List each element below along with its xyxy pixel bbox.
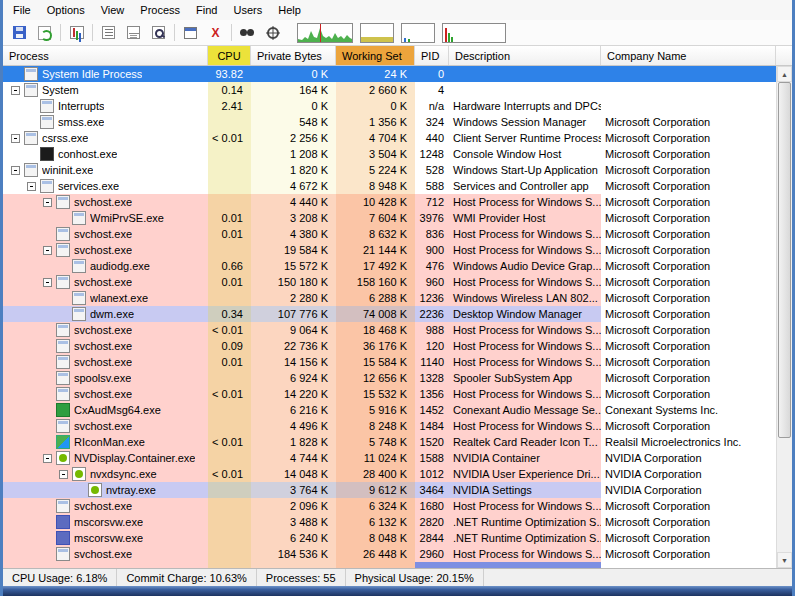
dll-view-button[interactable] <box>121 22 146 44</box>
description-value: Client Server Runtime Process <box>449 130 601 146</box>
process-row-partial[interactable] <box>3 562 776 568</box>
vertical-scrollbar[interactable]: ▲ ▼ <box>776 66 792 568</box>
company-name-value: Microsoft Corporation <box>601 130 776 146</box>
menu-item-process[interactable]: Process <box>132 1 188 19</box>
tree-collapse-icon[interactable] <box>11 134 20 143</box>
tree-collapse-icon[interactable] <box>43 246 52 255</box>
working-set-value: 36 176 K <box>336 338 415 354</box>
column-header-cpu[interactable]: CPU <box>208 46 251 65</box>
column-header-private-bytes[interactable]: Private Bytes <box>251 46 336 65</box>
description-value: NVIDIA User Experience Dri... <box>449 466 601 482</box>
process-row-wlanext-exe[interactable]: wlanext.exe2 280 K6 288 K1236Windows Wir… <box>3 290 776 306</box>
application-icon <box>24 67 38 81</box>
process-row-svchost-exe[interactable]: svchost.exe< 0.0114 220 K15 532 K1356Hos… <box>3 386 776 402</box>
cpu-usage-minigraph[interactable] <box>297 23 353 43</box>
process-name: svchost.exe <box>74 388 132 400</box>
description-value <box>449 82 601 98</box>
column-header-working-set[interactable]: Working Set <box>336 46 415 65</box>
find-handles-button[interactable] <box>146 22 171 44</box>
process-cell: Interrupts <box>3 98 208 114</box>
process-row-svchost-exe[interactable]: svchost.exe2 096 K6 324 K1680Host Proces… <box>3 498 776 514</box>
process-row-svchost-exe[interactable]: svchost.exe19 584 K21 144 K900Host Proce… <box>3 242 776 258</box>
process-row-system-idle-process[interactable]: System Idle Process93.820 K24 K0 <box>3 66 776 82</box>
process-list: System Idle Process93.820 K24 K0System0.… <box>3 66 776 568</box>
column-header-process[interactable]: Process <box>3 46 208 65</box>
process-row-mscorsvw-exe[interactable]: mscorsvw.exe3 488 K6 132 K2820.NET Runti… <box>3 514 776 530</box>
process-row-interrupts[interactable]: Interrupts2.410 K0 Kn/aHardware Interrup… <box>3 98 776 114</box>
toolbar-separator <box>92 24 93 41</box>
process-name: svchost.exe <box>74 276 132 288</box>
tree-collapse-icon[interactable] <box>59 470 68 479</box>
process-row-cxaudmsg64-exe[interactable]: CxAudMsg64.exe6 216 K5 916 K1452Conexant… <box>3 402 776 418</box>
process-cell: WmiPrvSE.exe <box>3 210 208 226</box>
process-cell: CxAudMsg64.exe <box>3 402 208 418</box>
gpu-minigraph[interactable] <box>442 23 506 43</box>
process-row-svchost-exe[interactable]: svchost.exe< 0.019 064 K18 468 K988Host … <box>3 322 776 338</box>
process-row-wmiprvse-exe[interactable]: WmiPrvSE.exe0.013 208 K7 604 K3976WMI Pr… <box>3 210 776 226</box>
process-cell: svchost.exe <box>3 354 208 370</box>
process-row-svchost-exe[interactable]: svchost.exe4 496 K8 248 K1484Host Proces… <box>3 418 776 434</box>
menu-item-help[interactable]: Help <box>270 1 309 19</box>
company-name-value: Microsoft Corporation <box>601 258 776 274</box>
menu-item-file[interactable]: File <box>5 1 39 19</box>
application-icon <box>56 371 70 385</box>
process-row-svchost-exe[interactable]: svchost.exe0.01150 180 K158 160 K960Host… <box>3 274 776 290</box>
status-processes: Processes: 55 <box>257 569 346 586</box>
process-row-mscorsvw-exe[interactable]: mscorsvw.exe6 240 K8 048 K2844.NET Runti… <box>3 530 776 546</box>
process-row-nvdisplay-container-exe[interactable]: NVDisplay.Container.exe4 744 K11 024 K15… <box>3 450 776 466</box>
tree-collapse-icon[interactable] <box>43 198 52 207</box>
kill-process-button[interactable]: X <box>203 22 228 44</box>
process-row-csrss-exe[interactable]: csrss.exe< 0.012 256 K4 704 K440Client S… <box>3 130 776 146</box>
process-row-services-exe[interactable]: services.exe4 672 K8 948 K588Services an… <box>3 178 776 194</box>
tree-collapse-icon[interactable] <box>27 182 36 191</box>
process-tree-button[interactable] <box>96 22 121 44</box>
properties-button[interactable] <box>178 22 203 44</box>
private-bytes-value: 1 208 K <box>251 146 336 162</box>
process-row-nvxdsync-exe[interactable]: nvxdsync.exe< 0.0114 048 K28 400 K1012NV… <box>3 466 776 482</box>
description-value: .NET Runtime Optimization S... <box>449 514 601 530</box>
menu-item-find[interactable]: Find <box>188 1 225 19</box>
menu-item-view[interactable]: View <box>93 1 133 19</box>
process-row-system[interactable]: System0.14164 K2 660 K4 <box>3 82 776 98</box>
working-set-value: 5 224 K <box>336 162 415 178</box>
process-row-conhost-exe[interactable]: conhost.exe1 208 K3 504 K1248Console Win… <box>3 146 776 162</box>
process-row-svchost-exe[interactable]: svchost.exe4 440 K10 428 K712Host Proces… <box>3 194 776 210</box>
application-icon <box>56 227 70 241</box>
column-header-company-name[interactable]: Company Name <box>601 46 776 65</box>
tree-collapse-icon[interactable] <box>11 86 20 95</box>
column-header-description[interactable]: Description <box>449 46 601 65</box>
binoculars-button[interactable] <box>235 22 260 44</box>
process-row-dwm-exe[interactable]: dwm.exe0.34107 776 K74 008 K2236Desktop … <box>3 306 776 322</box>
tree-collapse-icon[interactable] <box>43 454 52 463</box>
menu-item-users[interactable]: Users <box>225 1 270 19</box>
process-row-nvtray-exe[interactable]: nvtray.exe3 764 K9 612 K3464NVIDIA Setti… <box>3 482 776 498</box>
commit-minigraph[interactable] <box>360 23 394 43</box>
column-header-pid[interactable]: PID <box>415 46 449 65</box>
scroll-up-button[interactable]: ▲ <box>777 66 792 82</box>
working-set-value: 21 144 K <box>336 242 415 258</box>
company-name-value: Microsoft Corporation <box>601 322 776 338</box>
system-information-button[interactable] <box>64 22 89 44</box>
menu-item-options[interactable]: Options <box>39 1 93 19</box>
tree-collapse-icon[interactable] <box>11 166 20 175</box>
dotnet-icon <box>56 531 70 545</box>
process-cell: conhost.exe <box>3 146 208 162</box>
save-button[interactable] <box>7 22 32 44</box>
process-row-smss-exe[interactable]: smss.exe548 K1 356 K324Windows Session M… <box>3 114 776 130</box>
process-row-svchost-exe[interactable]: svchost.exe184 536 K26 448 K2960Host Pro… <box>3 546 776 562</box>
process-row-spoolsv-exe[interactable]: spoolsv.exe6 924 K12 656 K1328Spooler Su… <box>3 370 776 386</box>
tree-collapse-icon[interactable] <box>43 278 52 287</box>
pid-value: 1520 <box>415 434 449 450</box>
scroll-down-button[interactable]: ▼ <box>777 552 792 568</box>
io-minigraph[interactable] <box>401 23 435 43</box>
process-row-wininit-exe[interactable]: wininit.exe1 820 K5 224 K528Windows Star… <box>3 162 776 178</box>
scroll-thumb[interactable] <box>778 82 791 438</box>
process-row-svchost-exe[interactable]: svchost.exe0.014 380 K8 632 K836Host Pro… <box>3 226 776 242</box>
refresh-button[interactable] <box>32 22 57 44</box>
find-window-button[interactable] <box>260 22 285 44</box>
toolbar: X <box>3 20 792 46</box>
process-row-riconman-exe[interactable]: RIconMan.exe< 0.011 828 K5 748 K1520Real… <box>3 434 776 450</box>
process-row-audiodg-exe[interactable]: audiodg.exe0.6615 572 K17 492 K476Window… <box>3 258 776 274</box>
process-row-svchost-exe[interactable]: svchost.exe0.0922 736 K36 176 K120Host P… <box>3 338 776 354</box>
process-row-svchost-exe[interactable]: svchost.exe0.0114 156 K15 584 K1140Host … <box>3 354 776 370</box>
